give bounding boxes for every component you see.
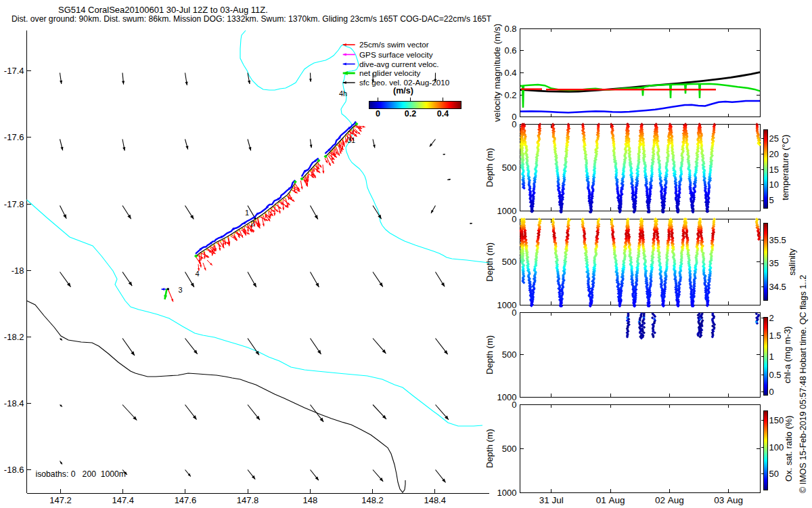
svg-text:4: 4 (196, 270, 200, 278)
svg-text:148: 148 (302, 495, 317, 505)
svg-text:0.2: 0.2 (504, 90, 516, 100)
svg-text:147.6: 147.6 (175, 495, 197, 505)
svg-text:-18: -18 (12, 266, 24, 276)
svg-text:5: 5 (769, 195, 774, 205)
svg-text:31: 31 (347, 136, 355, 144)
svg-text:35: 35 (769, 258, 779, 268)
svg-text:100: 100 (769, 442, 784, 452)
svg-text:Depth (m): Depth (m) (484, 429, 495, 468)
svg-text:Ox. sat. ratio (%): Ox. sat. ratio (%) (784, 415, 794, 482)
svg-text:-18.2: -18.2 (4, 332, 24, 342)
svg-text:1.5: 1.5 (769, 331, 782, 341)
svg-text:03 Aug: 03 Aug (714, 495, 743, 505)
svg-text:0: 0 (769, 387, 774, 397)
svg-text:0.2: 0.2 (405, 109, 416, 119)
svg-text:velocity magnitude (m/s): velocity magnitude (m/s) (492, 24, 502, 122)
svg-text:-18.4: -18.4 (4, 398, 24, 408)
svg-text:148.2: 148.2 (361, 495, 384, 505)
svg-text:Depth (m): Depth (m) (484, 335, 495, 375)
svg-text:1000: 1000 (497, 488, 517, 498)
svg-text:dive-avg current veloc.: dive-avg current veloc. (359, 60, 439, 68)
svg-text:34.5: 34.5 (769, 282, 786, 292)
svg-text:2: 2 (250, 219, 254, 228)
svg-text:25: 25 (769, 133, 779, 144)
svg-text:0.4: 0.4 (504, 68, 516, 78)
svg-text:Dist. over ground: 90km. Dist.: Dist. over ground: 90km. Dist. swum: 86k… (12, 14, 492, 24)
svg-text:3: 3 (179, 286, 183, 294)
svg-text:-17.4: -17.4 (4, 66, 24, 76)
svg-text:Depth (m): Depth (m) (484, 242, 495, 282)
svg-text:10: 10 (769, 179, 779, 190)
svg-text:0: 0 (512, 400, 516, 410)
svg-text:chl-a (mg m-3): chl-a (mg m-3) (782, 326, 792, 384)
svg-text:0: 0 (512, 119, 516, 129)
svg-text:0: 0 (512, 308, 516, 318)
svg-text:-17.8: -17.8 (4, 199, 24, 209)
svg-text:0.4: 0.4 (437, 109, 449, 119)
svg-text:Depth (m): Depth (m) (484, 148, 495, 187)
svg-text:31 Jul: 31 Jul (539, 495, 564, 505)
svg-text:1: 1 (769, 352, 774, 362)
svg-text:-18.6: -18.6 (4, 465, 24, 475)
svg-text:02 Aug: 02 Aug (655, 495, 684, 505)
svg-text:15: 15 (769, 165, 779, 175)
svg-text:1: 1 (245, 209, 249, 217)
svg-text:147.8: 147.8 (237, 495, 259, 505)
svg-text:150: 150 (769, 415, 784, 425)
svg-text:SG514 CoralSea20100601 30-Jul: SG514 CoralSea20100601 30-Jul 12Z to 03-… (58, 5, 268, 15)
svg-text:temperature (°C): temperature (°C) (780, 135, 790, 200)
svg-text:35.5: 35.5 (769, 235, 786, 245)
svg-text:500: 500 (502, 350, 517, 360)
svg-text:500: 500 (502, 444, 517, 454)
svg-text:4h: 4h (339, 89, 347, 98)
svg-text:0: 0 (512, 214, 516, 224)
svg-text:25cm/s swim vector: 25cm/s swim vector (359, 40, 429, 49)
svg-text:salinity: salinity (787, 248, 797, 275)
svg-text:500: 500 (502, 257, 517, 267)
svg-text:2: 2 (769, 313, 774, 323)
svg-text:isobaths: 0 200 1000m: isobaths: 0 200 1000m (36, 469, 126, 479)
svg-text:(m/s): (m/s) (393, 86, 413, 96)
svg-text:0.8: 0.8 (504, 24, 516, 34)
svg-text:GPS surface velocity: GPS surface velocity (359, 50, 433, 59)
svg-text:01 Aug: 01 Aug (596, 495, 625, 505)
svg-text:147.4: 147.4 (112, 495, 134, 505)
svg-text:20: 20 (769, 149, 779, 159)
svg-text:0: 0 (376, 109, 380, 119)
svg-text:50: 50 (769, 469, 779, 479)
svg-text:148.4: 148.4 (424, 495, 446, 505)
svg-text:0.6: 0.6 (504, 45, 516, 56)
svg-text:-17.6: -17.6 (4, 132, 24, 142)
svg-text:500: 500 (502, 163, 517, 173)
svg-text:net glider velocity: net glider velocity (359, 68, 420, 77)
svg-text:© IMOS 15-Feb-2019 05:57:48 Ho: © IMOS 15-Feb-2019 05:57:48 Hobart time.… (798, 275, 808, 493)
svg-text:0.5: 0.5 (769, 370, 782, 380)
svg-text:147.2: 147.2 (49, 495, 72, 505)
